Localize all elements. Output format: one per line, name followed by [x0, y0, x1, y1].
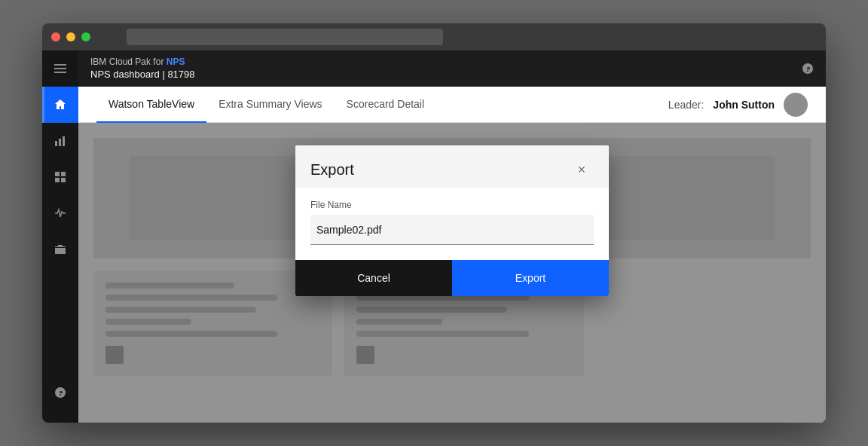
app-layout: IBM Cloud Pak for NPS NPS dashboard | 81… [42, 50, 826, 423]
nps-label: NPS [167, 57, 185, 67]
sidebar-item-grid[interactable] [42, 159, 78, 195]
brand-label: IBM Cloud Pak for [90, 57, 167, 67]
svg-rect-4 [59, 139, 61, 146]
sidebar-bottom [42, 374, 78, 411]
sidebar-item-chart[interactable] [42, 123, 78, 159]
tab-extra-summary-views[interactable]: Extra Summary Views [206, 87, 334, 123]
app-header-title: IBM Cloud Pak for NPS NPS dashboard | 81… [90, 56, 195, 82]
svg-rect-1 [54, 68, 66, 69]
app-header: IBM Cloud Pak for NPS NPS dashboard | 81… [78, 50, 826, 87]
svg-rect-3 [55, 141, 57, 146]
modal-title: Export [310, 161, 354, 179]
browser-window: IBM Cloud Pak for NPS NPS dashboard | 81… [42, 23, 826, 423]
content-area: Export File Name [78, 123, 826, 423]
sidebar-item-pulse[interactable] [42, 195, 78, 231]
tabs-container: Watson TableView Extra Summary Views Sco… [78, 87, 826, 123]
svg-rect-8 [55, 178, 60, 182]
sidebar-nav [42, 87, 78, 267]
sidebar [42, 50, 78, 423]
svg-rect-5 [63, 136, 65, 146]
sidebar-item-briefcase[interactable] [42, 231, 78, 267]
modal-close-button[interactable] [570, 157, 594, 182]
cancel-button[interactable]: Cancel [295, 260, 452, 296]
svg-rect-9 [61, 178, 66, 182]
sidebar-item-help[interactable] [42, 374, 78, 411]
svg-rect-6 [55, 172, 60, 176]
export-button[interactable]: Export [452, 260, 609, 296]
leader-label: Leader: [668, 99, 704, 111]
file-name-label: File Name [310, 200, 594, 210]
leader-area: Leader: John Sutton [668, 93, 808, 117]
svg-rect-0 [54, 64, 66, 66]
browser-titlebar [42, 23, 826, 50]
modal-footer: Cancel Export [295, 260, 609, 296]
app-subtitle: NPS dashboard | 81798 [90, 68, 195, 81]
svg-rect-2 [54, 72, 66, 73]
header-help-icon[interactable] [802, 63, 814, 75]
sidebar-menu-icon[interactable] [42, 50, 78, 87]
maximize-button[interactable] [81, 32, 90, 41]
leader-name: John Sutton [713, 99, 775, 111]
tab-scorecard-detail[interactable]: Scorecard Detail [335, 87, 437, 123]
address-bar[interactable] [127, 29, 443, 45]
file-name-input[interactable] [310, 215, 594, 245]
svg-rect-7 [61, 172, 66, 176]
sidebar-item-home[interactable] [42, 87, 78, 123]
tab-watson-tableview[interactable]: Watson TableView [96, 87, 206, 123]
modal-overlay: Export File Name [78, 123, 826, 423]
export-modal: Export File Name [295, 145, 609, 296]
app-main: IBM Cloud Pak for NPS NPS dashboard | 81… [78, 50, 826, 423]
close-button[interactable] [51, 32, 60, 41]
minimize-button[interactable] [66, 32, 75, 41]
modal-header: Export [295, 145, 609, 188]
avatar [784, 93, 808, 117]
modal-body: File Name [295, 188, 609, 260]
